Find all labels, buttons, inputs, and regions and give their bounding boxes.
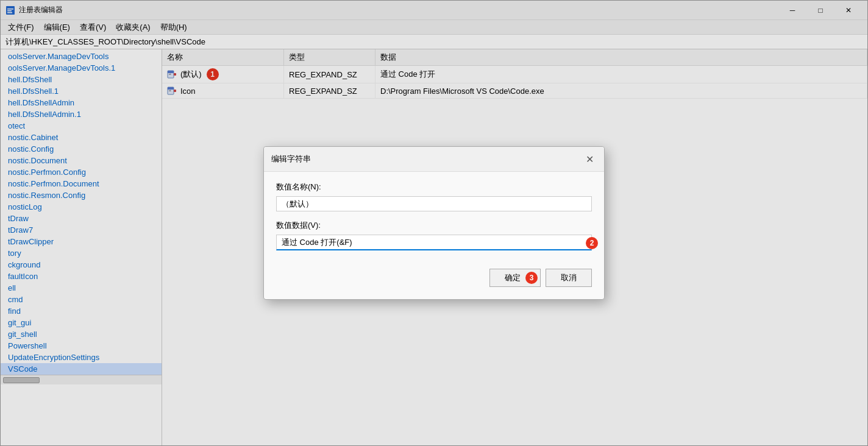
dialog-close-button[interactable]: ✕	[582, 152, 597, 166]
dialog-overlay: 编辑字符串 ✕ 数值名称(N): 数值数据(V): 2 确定 3 取消	[0, 0, 868, 446]
name-label: 数值名称(N):	[276, 182, 592, 193]
dialog-buttons: 确定 3 取消	[276, 269, 592, 287]
cancel-button[interactable]: 取消	[546, 269, 592, 287]
name-input[interactable]	[276, 196, 592, 211]
edit-string-dialog: 编辑字符串 ✕ 数值名称(N): 数值数据(V): 2 确定 3 取消	[263, 146, 605, 300]
dialog-title: 编辑字符串	[271, 154, 311, 165]
badge-2: 2	[586, 237, 598, 249]
data-label: 数值数据(V):	[276, 220, 592, 231]
ok-button[interactable]: 确定 3	[489, 269, 541, 287]
dialog-body: 数值名称(N): 数值数据(V): 2 确定 3 取消	[264, 172, 604, 299]
dialog-title-bar: 编辑字符串 ✕	[264, 147, 604, 172]
data-input[interactable]	[276, 235, 592, 250]
badge-3: 3	[525, 272, 538, 284]
